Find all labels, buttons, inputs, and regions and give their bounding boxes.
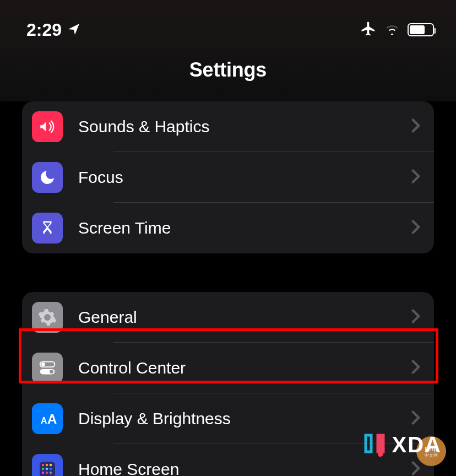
grid-icon bbox=[32, 454, 63, 476]
chevron-right-icon bbox=[411, 461, 421, 476]
status-bar: 2:29 bbox=[0, 0, 456, 48]
svg-point-11 bbox=[46, 468, 48, 470]
speaker-icon bbox=[32, 111, 63, 142]
svg-point-10 bbox=[42, 468, 44, 470]
xda-watermark: XDA bbox=[363, 432, 442, 457]
svg-point-3 bbox=[50, 370, 53, 374]
svg-text:A: A bbox=[47, 412, 57, 426]
settings-group-1: Sounds & Haptics Focus Screen Time bbox=[22, 101, 434, 253]
row-control-center[interactable]: Control Center bbox=[22, 343, 434, 393]
battery-icon bbox=[408, 23, 434, 36]
svg-point-8 bbox=[46, 464, 48, 466]
svg-point-12 bbox=[50, 468, 52, 470]
location-icon bbox=[67, 20, 80, 40]
xda-logo-icon bbox=[363, 433, 386, 457]
page-header: Settings bbox=[0, 48, 456, 101]
xda-text: XDA bbox=[392, 432, 442, 457]
row-label: Sounds & Haptics bbox=[78, 117, 411, 136]
chevron-right-icon bbox=[411, 118, 421, 136]
page-title: Settings bbox=[0, 58, 456, 82]
text-size-icon: A A bbox=[32, 403, 63, 434]
chevron-right-icon bbox=[411, 410, 421, 428]
row-label: Home Screen bbox=[78, 460, 411, 476]
row-label: Display & Brightness bbox=[78, 409, 411, 428]
toggles-icon bbox=[32, 353, 63, 383]
wifi-icon bbox=[384, 23, 400, 37]
chevron-right-icon bbox=[411, 219, 421, 237]
chevron-right-icon bbox=[411, 169, 421, 186]
row-label: Control Center bbox=[78, 359, 411, 377]
row-sounds-haptics[interactable]: Sounds & Haptics bbox=[22, 101, 434, 152]
airplane-icon bbox=[360, 20, 377, 39]
gear-icon bbox=[32, 302, 63, 333]
row-label: Focus bbox=[78, 168, 411, 187]
svg-point-1 bbox=[41, 363, 45, 366]
row-screen-time[interactable]: Screen Time bbox=[22, 203, 434, 253]
row-focus[interactable]: Focus bbox=[22, 152, 434, 203]
svg-point-14 bbox=[46, 472, 48, 474]
svg-point-15 bbox=[50, 472, 52, 474]
hourglass-icon bbox=[32, 213, 63, 244]
row-label: Screen Time bbox=[78, 219, 411, 237]
status-right bbox=[360, 20, 434, 39]
row-label: General bbox=[78, 308, 411, 327]
row-general[interactable]: General bbox=[22, 292, 434, 343]
status-left: 2:29 bbox=[26, 20, 80, 40]
svg-point-13 bbox=[42, 472, 44, 474]
status-time: 2:29 bbox=[26, 20, 62, 40]
chevron-right-icon bbox=[411, 359, 421, 377]
chevron-right-icon bbox=[411, 309, 421, 326]
moon-icon bbox=[32, 162, 63, 193]
svg-point-7 bbox=[42, 464, 44, 466]
svg-point-9 bbox=[50, 464, 52, 466]
svg-text:A: A bbox=[41, 416, 47, 425]
